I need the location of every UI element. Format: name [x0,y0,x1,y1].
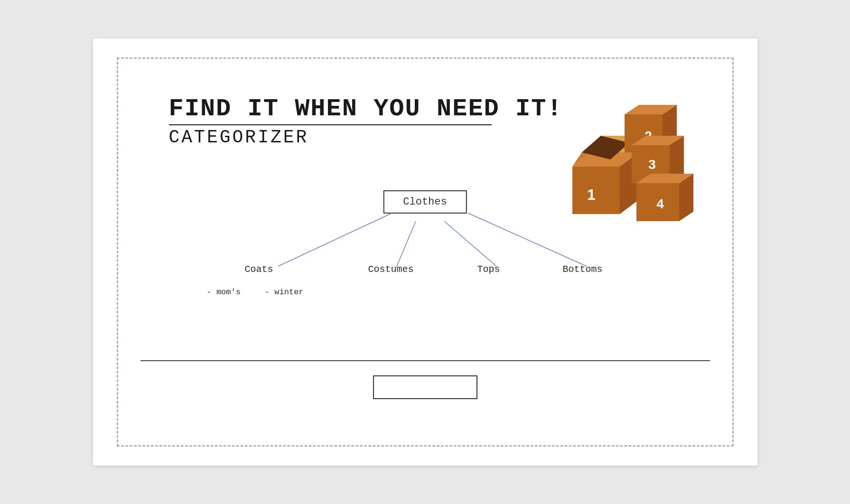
svg-line-19 [278,213,392,266]
tops-label: Tops [477,264,500,275]
content-area: FIND IT WHEN YOU NEED IT! CATEGORIZER [140,76,710,428]
bottom-empty-box [373,375,477,399]
mindmap-area: Clothes Coats Costumes [140,181,710,352]
svg-text:3: 3 [648,157,656,172]
center-label: Clothes [403,196,447,208]
svg-line-22 [468,213,587,266]
bottoms-label: Bottoms [563,264,603,275]
branch-tops: Tops [477,264,500,275]
branch-coats: Coats [245,264,273,275]
center-box: Clothes [383,190,467,214]
bottom-line [140,360,710,361]
page: FIND IT WHEN YOU NEED IT! CATEGORIZER [93,38,757,466]
coats-sub-1: - mom's [207,288,241,297]
bottom-section [140,360,710,399]
branch-bottoms: Bottoms [563,264,603,275]
svg-line-20 [397,221,416,266]
coats-sub-2: - winter [265,288,304,297]
title-underline [169,124,492,125]
coats-label: Coats [245,264,273,275]
svg-line-21 [444,221,496,266]
coats-sub-items: - mom's - winter [207,288,304,297]
branch-costumes: Costumes [368,264,414,275]
costumes-label: Costumes [368,264,414,275]
